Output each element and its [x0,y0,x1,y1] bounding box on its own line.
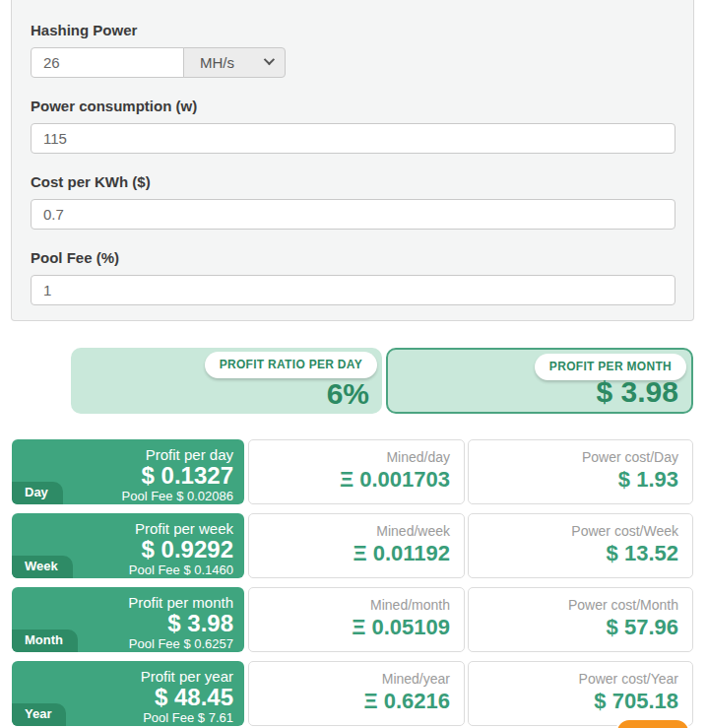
profit-ratio-badge: PROFIT RATIO PER DAY [205,352,377,378]
year-profit-card: Profit per year $ 48.45 Pool Fee $ 7.61 … [12,661,244,726]
period-tab-week: Week [12,556,73,578]
power-cost-value: $ 705.18 [469,690,678,712]
pool-fee-input[interactable] [31,275,675,305]
cost-per-kwh-input[interactable] [31,199,675,230]
month-mined-card: Mined/month Ξ 0.05109 [248,587,465,652]
period-tab-year: Year [12,703,66,726]
power-cost-value: $ 13.52 [469,542,678,564]
hashing-power-label: Hashing Power [31,22,675,38]
hashrate-unit-select[interactable]: MH/s [183,47,286,78]
hashing-power-group: MH/s [31,47,675,78]
mining-calculator-page: Hashing Power MH/s Power consumption (w)… [0,0,707,728]
cost-per-kwh-label: Cost per KWh ($) [31,173,675,190]
hashrate-unit-value: MH/s [200,54,234,71]
mined-label: Mined/day [249,449,450,465]
chevron-down-icon [264,54,275,65]
period-tab-month: Month [12,629,78,652]
profit-per-month-card: PROFIT PER MONTH $ 3.98 [386,348,693,414]
week-power-cost-card: Power cost/Week $ 13.52 [468,513,693,578]
day-mined-card: Mined/day Ξ 0.001703 [248,439,465,504]
bottom-action-button[interactable] [615,718,690,728]
month-profit-card: Profit per month $ 3.98 Pool Fee $ 0.625… [12,587,244,652]
power-consumption-input[interactable] [31,123,675,154]
profit-label: Profit per month [12,594,233,611]
power-cost-label: Power cost/Day [469,449,678,465]
profit-ratio-value: 6% [327,377,369,411]
mined-label: Mined/week [249,523,450,539]
power-cost-label: Power cost/Month [469,597,678,613]
profit-label: Profit per week [12,520,233,537]
year-power-cost-card: Power cost/Year $ 705.18 [468,661,693,726]
power-cost-label: Power cost/Week [469,523,678,539]
week-profit-card: Profit per week $ 0.9292 Pool Fee $ 0.14… [12,513,244,578]
mined-value: Ξ 0.6216 [249,690,450,712]
profit-per-month-value: $ 3.98 [597,375,678,409]
mined-value: Ξ 0.01192 [249,542,450,564]
day-power-cost-card: Power cost/Day $ 1.93 [468,439,693,504]
day-profit-card: Profit per day $ 0.1327 Pool Fee $ 0.020… [12,439,244,504]
power-cost-value: $ 1.93 [469,468,678,491]
mined-value: Ξ 0.001703 [249,468,450,491]
mined-label: Mined/month [249,597,450,613]
power-consumption-label: Power consumption (w) [31,98,675,114]
pool-fee-label: Pool Fee (%) [31,249,675,266]
calculator-form-panel: Hashing Power MH/s Power consumption (w)… [11,0,694,321]
period-tab-day: Day [12,482,63,504]
power-cost-label: Power cost/Year [469,671,678,687]
month-power-cost-card: Power cost/Month $ 57.96 [468,587,693,652]
profit-ratio-card: PROFIT RATIO PER DAY 6% [71,348,382,414]
hashing-power-input[interactable] [31,47,184,78]
mined-value: Ξ 0.05109 [249,616,450,638]
year-mined-card: Mined/year Ξ 0.6216 [248,661,465,726]
mined-label: Mined/year [249,671,450,687]
profit-label: Profit per year [12,668,233,685]
profit-label: Profit per day [12,446,233,463]
week-mined-card: Mined/week Ξ 0.01192 [248,513,465,578]
power-cost-value: $ 57.96 [469,616,678,638]
